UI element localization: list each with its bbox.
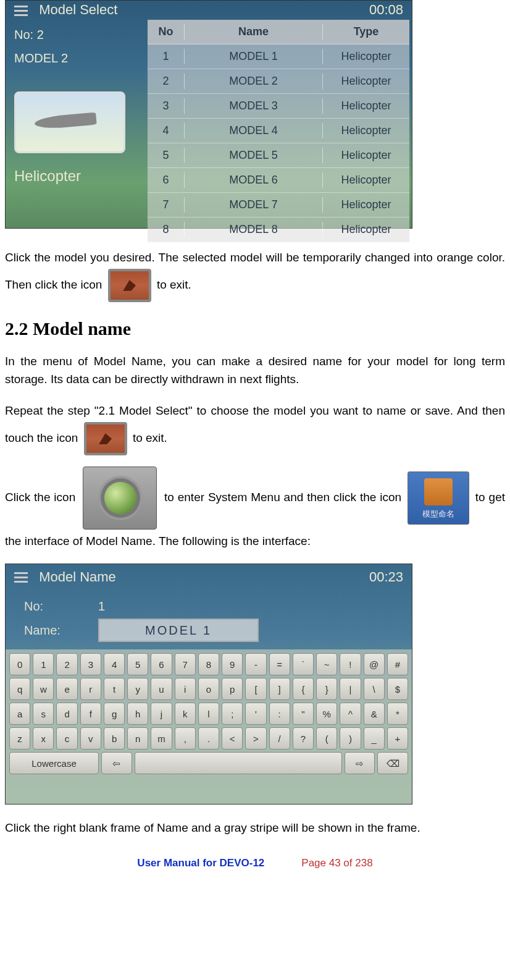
key[interactable]: q [9, 678, 30, 700]
key[interactable]: , [175, 727, 196, 750]
key[interactable]: [ [245, 678, 266, 700]
key[interactable]: 5 [127, 653, 148, 675]
key[interactable]: z [9, 727, 30, 750]
key[interactable]: . [198, 727, 219, 750]
key[interactable]: 2 [56, 653, 77, 675]
key[interactable]: p [222, 678, 243, 700]
key[interactable]: b [104, 727, 125, 750]
key[interactable]: 8 [198, 653, 219, 675]
key[interactable]: ) [340, 727, 361, 750]
model-select-screenshot: Model Select 00:08 No: 2 MODEL 2 Helicop… [5, 0, 412, 229]
key[interactable]: _ [364, 727, 385, 750]
key[interactable]: c [56, 727, 77, 750]
key[interactable]: s [33, 703, 54, 725]
key[interactable]: ' [245, 703, 266, 725]
key[interactable]: : [269, 703, 290, 725]
paragraph: Click the icon to enter System Menu and … [5, 467, 505, 552]
key[interactable]: * [387, 703, 408, 725]
key[interactable]: f [80, 703, 101, 725]
col-type: Type [323, 24, 409, 40]
arrow-left-key[interactable]: ⇦ [101, 752, 132, 774]
key[interactable]: g [104, 703, 125, 725]
key[interactable]: t [104, 678, 125, 700]
key[interactable]: " [293, 703, 314, 725]
table-row[interactable]: 8MODEL 8Helicopter [148, 218, 409, 242]
key[interactable]: h [127, 703, 148, 725]
footer-page: Page 43 of 238 [301, 856, 372, 871]
key[interactable]: % [316, 703, 337, 725]
key[interactable]: ? [293, 727, 314, 750]
key[interactable]: k [175, 703, 196, 725]
col-name: Name [185, 24, 323, 40]
key[interactable]: ! [340, 653, 361, 675]
page-footer: User Manual for DEVO-12 Page 43 of 238 [5, 856, 505, 881]
key[interactable]: e [56, 678, 77, 700]
key[interactable]: = [269, 653, 290, 675]
key[interactable]: o [198, 678, 219, 700]
key[interactable]: ^ [340, 703, 361, 725]
key[interactable]: 0 [9, 653, 30, 675]
type-label: Helicopter [14, 166, 139, 187]
kbd-row: qwertyuiop[]{}|\$ [9, 678, 408, 700]
exit-icon [84, 422, 127, 455]
key[interactable]: + [387, 727, 408, 750]
key[interactable]: / [269, 727, 290, 750]
key[interactable]: } [316, 678, 337, 700]
section-heading: 2.2 Model name [5, 316, 505, 342]
key[interactable]: \ [364, 678, 385, 700]
arrow-right-key[interactable]: ⇨ [345, 752, 375, 774]
backspace-key[interactable]: ⌫ [377, 752, 408, 774]
key[interactable]: 4 [104, 653, 125, 675]
key[interactable]: 6 [151, 653, 172, 675]
key[interactable]: { [293, 678, 314, 700]
kbd-row: 0123456789-=`~!@# [9, 653, 408, 675]
mode-key[interactable]: Lowercase [9, 752, 99, 774]
key[interactable]: 1 [33, 653, 54, 675]
key[interactable]: > [245, 727, 266, 750]
key[interactable]: | [340, 678, 361, 700]
key[interactable]: ` [293, 653, 314, 675]
exit-icon [108, 269, 151, 302]
key[interactable]: # [387, 653, 408, 675]
key[interactable]: & [364, 703, 385, 725]
key[interactable]: j [151, 703, 172, 725]
key[interactable]: 7 [175, 653, 196, 675]
paragraph: Click the model you desired. The selecte… [5, 246, 505, 302]
key[interactable]: a [9, 703, 30, 725]
table-header-row: No Name Type [148, 20, 409, 44]
key[interactable]: m [151, 727, 172, 750]
key[interactable]: x [33, 727, 54, 750]
key[interactable]: r [80, 678, 101, 700]
table-row[interactable]: 3MODEL 3Helicopter [148, 94, 409, 119]
table-row[interactable]: 5MODEL 5Helicopter [148, 143, 409, 168]
table-row[interactable]: 7MODEL 7Helicopter [148, 193, 409, 218]
key[interactable]: - [245, 653, 266, 675]
table-row[interactable]: 2MODEL 2Helicopter [148, 69, 409, 94]
key[interactable]: u [151, 678, 172, 700]
table-row[interactable]: 4MODEL 4Helicopter [148, 119, 409, 143]
name-field[interactable]: MODEL 1 [98, 619, 259, 642]
key[interactable]: $ [387, 678, 408, 700]
key[interactable]: n [127, 727, 148, 750]
kbd-row: zxcvbnm,.<>/?()_+ [9, 727, 408, 750]
key[interactable]: i [175, 678, 196, 700]
key[interactable]: y [127, 678, 148, 700]
key[interactable]: v [80, 727, 101, 750]
key[interactable]: ( [316, 727, 337, 750]
key[interactable]: ; [222, 703, 243, 725]
key[interactable]: @ [364, 653, 385, 675]
key[interactable]: 3 [80, 653, 101, 675]
current-no: No: 2 [14, 26, 139, 43]
key[interactable]: 9 [222, 653, 243, 675]
key[interactable]: l [198, 703, 219, 725]
space-key[interactable] [135, 752, 342, 774]
col-no: No [148, 24, 185, 40]
key[interactable]: ~ [316, 653, 337, 675]
table-row[interactable]: 6MODEL 6Helicopter [148, 168, 409, 193]
model-table: No Name Type 1MODEL 1Helicopter 2MODEL 2… [148, 20, 409, 242]
key[interactable]: w [33, 678, 54, 700]
key[interactable]: d [56, 703, 77, 725]
key[interactable]: < [222, 727, 243, 750]
table-row[interactable]: 1MODEL 1Helicopter [148, 44, 409, 69]
key[interactable]: ] [269, 678, 290, 700]
